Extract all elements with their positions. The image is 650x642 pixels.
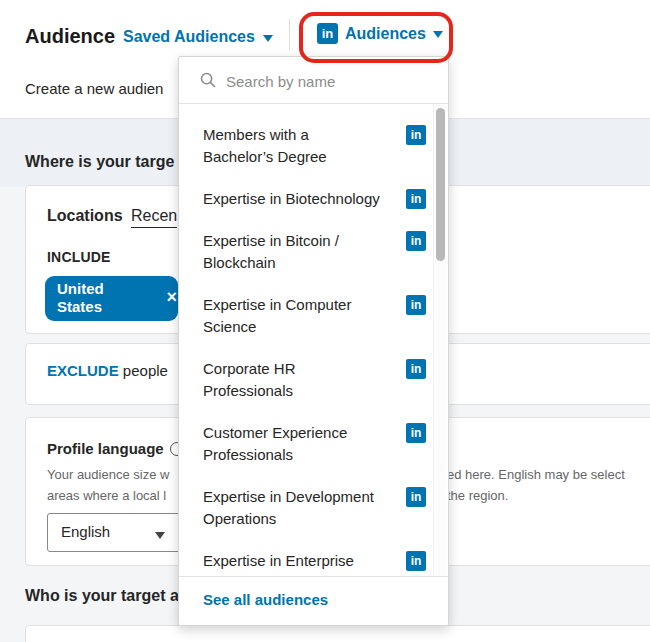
linkedin-badge-icon: in [406,125,426,145]
who-section-card [25,625,650,642]
linkedin-badge-icon: in [406,423,426,443]
create-audience-text: Create a new audien [25,80,163,97]
search-input[interactable] [224,66,428,96]
linkedin-badge-icon: in [406,551,426,571]
scrollbar-thumb[interactable] [436,108,445,261]
linkedin-badge-icon: in [406,487,426,507]
list-item-audience[interactable]: Expertise in Bitcoin /Blockchain in [203,230,426,274]
chevron-down-icon [263,35,273,42]
language-select-value: English [61,523,110,540]
header-divider [289,19,290,50]
where-section-heading: Where is your targe [25,153,174,171]
helper-text-left-1: Your audience size w [47,467,169,482]
linkedin-icon: in [317,23,338,44]
linkedin-badge-icon: in [406,189,426,209]
location-pill-label: United States [57,280,104,316]
saved-audiences-dropdown[interactable]: Saved Audiences [123,28,273,46]
audiences-button-label: Audiences [345,25,426,43]
helper-text-left-2: areas where a local l [47,488,166,503]
search-icon [200,72,216,88]
exclude-line: EXCLUDE people [47,362,168,379]
who-section-heading: Who is your target a [25,587,179,605]
list-item-audience[interactable]: Expertise in EnterpriseResource Planning… [203,550,426,577]
list-item-audience[interactable]: Expertise in DevelopmentOperations in [203,486,426,530]
saved-audiences-label: Saved Audiences [123,28,255,46]
include-label: INCLUDE [47,249,111,265]
audiences-dropdown-panel: Members with aBachelor’s Degree in Exper… [178,56,449,626]
helper-text-right-2: the region. [447,488,508,503]
close-icon[interactable]: × [166,287,177,308]
helper-text-right-1: ed here. English may be select [447,467,625,482]
exclude-link[interactable]: EXCLUDE [47,362,119,379]
linkedin-badge-icon: in [406,295,426,315]
language-select[interactable]: English [47,513,199,552]
linkedin-badge-icon: in [406,231,426,251]
list-item-audience[interactable]: Customer ExperienceProfessionals in [203,422,426,466]
list-item-audience[interactable]: Corporate HRProfessionals in [203,358,426,402]
chevron-down-icon [155,532,165,539]
location-pill-united-states[interactable]: United States × [45,276,178,321]
profile-language-title: Profile language [47,440,164,457]
list-item-audience[interactable]: Expertise in ComputerScience in [203,294,426,338]
recent-locations-link[interactable]: Recen [131,207,177,228]
dropdown-footer: See all audiences [179,576,448,625]
campaign-manager-audience-page: Audience Saved Audiences in Audiences Cr… [0,0,650,642]
list-item-audience[interactable]: Members with aBachelor’s Degree in [203,124,426,168]
list-item-audience[interactable]: Expertise in Biotechnology in [203,188,426,210]
chevron-down-icon [433,31,443,38]
search-row [179,57,448,103]
audiences-dropdown-button[interactable]: in Audiences [317,23,443,44]
see-all-audiences-link[interactable]: See all audiences [203,591,328,608]
locations-title: Locations [47,207,123,225]
audience-list: Members with aBachelor’s Degree in Exper… [179,104,448,577]
page-title: Audience [25,25,115,48]
exclude-text-fragment: people [119,362,168,379]
linkedin-badge-icon: in [406,359,426,379]
